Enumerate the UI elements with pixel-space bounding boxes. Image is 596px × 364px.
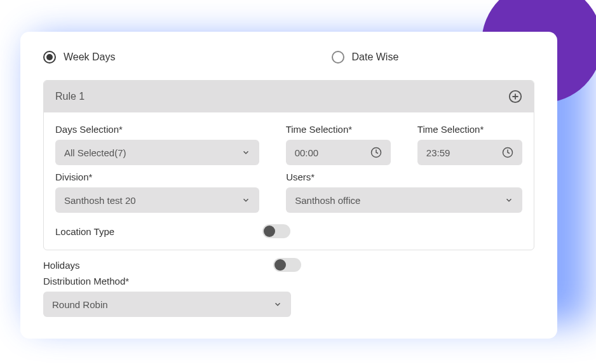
division-select[interactable]: Santhosh test 20 <box>55 187 259 213</box>
rule-header: Rule 1 <box>44 81 534 112</box>
settings-card: Week Days Date Wise Rule 1 Days Selectio… <box>20 32 557 339</box>
days-selection-select[interactable]: All Selected(7) <box>55 140 259 165</box>
time-start-value: 00:00 <box>295 147 319 158</box>
time-start-field: Time Selection* 00:00 <box>286 124 391 165</box>
below-rule-section: Holidays Distribution Method* Round Robi… <box>43 258 534 317</box>
distribution-label: Distribution Method* <box>43 276 534 286</box>
clock-icon <box>502 147 513 158</box>
chevron-down-icon <box>273 300 282 309</box>
rule-container: Rule 1 Days Selection* All Selected(7) <box>43 80 534 250</box>
toggle-knob <box>274 259 286 271</box>
days-selection-field: Days Selection* All Selected(7) <box>55 124 259 165</box>
distribution-value: Round Robin <box>52 299 108 310</box>
division-label: Division* <box>55 172 259 182</box>
location-type-row: Location Type <box>55 219 290 238</box>
clock-icon <box>370 147 382 158</box>
tab-date-wise-label: Date Wise <box>352 51 399 63</box>
chevron-down-icon <box>241 148 250 157</box>
users-select[interactable]: Santhosh office <box>286 187 522 213</box>
time-start-input[interactable]: 00:00 <box>286 140 391 165</box>
time-end-field: Time Selection* 23:59 <box>417 124 522 165</box>
chevron-down-icon <box>241 196 250 205</box>
radio-unselected-icon <box>332 51 344 64</box>
days-selection-label: Days Selection* <box>55 124 259 135</box>
mode-tabs: Week Days Date Wise <box>43 51 534 64</box>
rule-body: Days Selection* All Selected(7) Time Sel… <box>44 112 534 250</box>
rule-title: Rule 1 <box>55 91 85 102</box>
users-label: Users* <box>286 172 522 182</box>
time-end-value: 23:59 <box>426 147 450 158</box>
holidays-row: Holidays <box>43 258 301 272</box>
time-end-label: Time Selection* <box>417 124 522 135</box>
division-value: Santhosh test 20 <box>64 195 136 206</box>
distribution-select[interactable]: Round Robin <box>43 292 291 317</box>
time-start-label: Time Selection* <box>286 124 391 135</box>
location-type-toggle[interactable] <box>262 224 290 238</box>
location-type-label: Location Type <box>55 226 114 237</box>
time-end-input[interactable]: 23:59 <box>417 140 522 165</box>
tab-week-days-label: Week Days <box>64 51 116 63</box>
holidays-toggle[interactable] <box>273 258 301 272</box>
tab-week-days[interactable]: Week Days <box>43 51 116 64</box>
holidays-label: Holidays <box>43 260 80 271</box>
toggle-knob <box>264 226 275 237</box>
users-value: Santhosh office <box>295 195 360 206</box>
radio-selected-icon <box>43 51 56 64</box>
distribution-field: Distribution Method* Round Robin <box>43 276 534 317</box>
days-selection-value: All Selected(7) <box>64 147 126 158</box>
chevron-down-icon <box>505 196 513 205</box>
users-field: Users* Santhosh office <box>286 172 522 213</box>
tab-date-wise[interactable]: Date Wise <box>332 51 399 64</box>
division-field: Division* Santhosh test 20 <box>55 172 259 213</box>
plus-circle-icon[interactable] <box>508 90 522 104</box>
